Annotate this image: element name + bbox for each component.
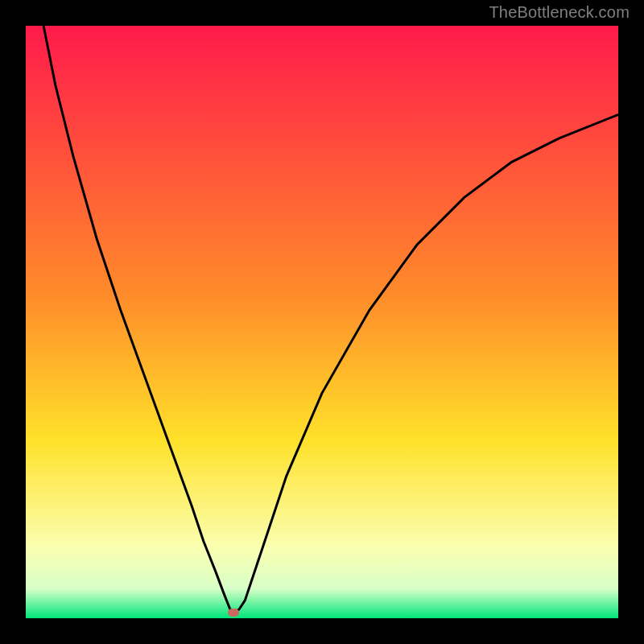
- chart-canvas: [26, 26, 618, 618]
- plot-frame: [26, 26, 618, 618]
- gradient-background: [26, 26, 618, 618]
- optimum-marker: [228, 609, 239, 617]
- watermark-text: TheBottleneck.com: [489, 3, 630, 22]
